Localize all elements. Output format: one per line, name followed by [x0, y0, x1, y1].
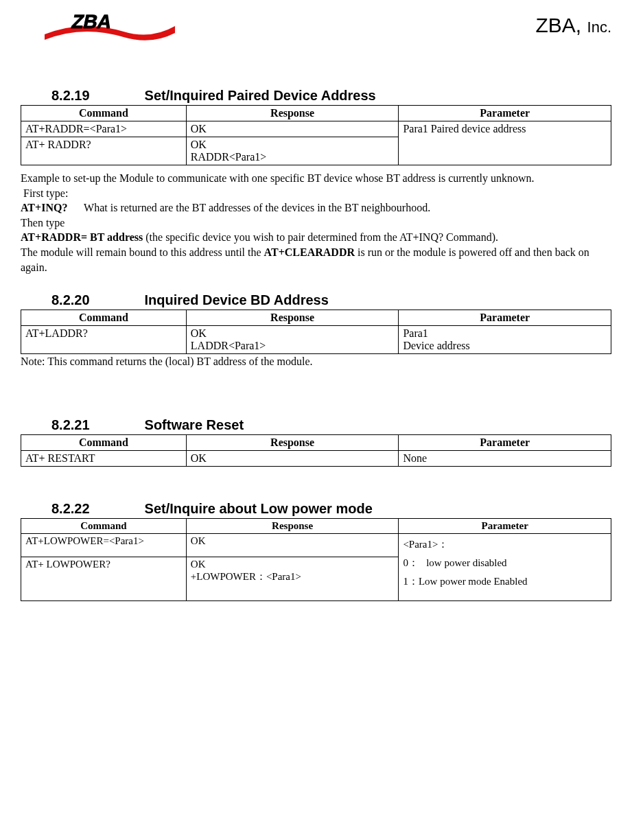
table-row: AT+ RESTART OK None — [21, 450, 611, 466]
col-command: Command — [21, 434, 187, 450]
page-header: ZBA ZBA, Inc. — [21, 0, 611, 47]
cell-response: OK — [186, 121, 399, 137]
param-line: 0： low power disabled — [403, 554, 607, 572]
body-line: Note: This command returns the (local) B… — [21, 354, 611, 369]
section-number: 8.2.20 — [51, 292, 141, 308]
section-number: 8.2.22 — [51, 501, 141, 517]
cell-command: AT+LOWPOWER=<Para1> — [21, 533, 187, 557]
section-title-text: Set/Inquire about Low power mode — [145, 501, 373, 516]
company-text: ZBA, — [536, 14, 587, 36]
section-title-text: Set/Inquired Paired Device Address — [145, 88, 376, 103]
section-body: Example to set-up the Module to communic… — [21, 171, 611, 275]
zba-logo-icon: ZBA — [41, 5, 178, 47]
param-line: <Para1>： — [403, 535, 607, 554]
company-name: ZBA, Inc. — [536, 5, 611, 37]
section-heading: 8.2.22 Set/Inquire about Low power mode — [51, 501, 611, 517]
body-line: Then type — [21, 215, 611, 231]
col-response: Response — [186, 310, 399, 326]
table-row: AT+LOWPOWER=<Para1> OK <Para1>： 0： low p… — [21, 533, 611, 557]
col-response: Response — [186, 518, 399, 533]
cell-response: OK — [186, 450, 399, 466]
col-parameter: Parameter — [399, 518, 611, 533]
col-response: Response — [186, 434, 399, 450]
table-row: AT+RADDR=<Para1> OK Para1 Paired device … — [21, 121, 611, 137]
cell-command: AT+ RADDR? — [21, 137, 187, 165]
section-title-text: Inquired Device BD Address — [145, 292, 329, 307]
table-header-row: Command Response Parameter — [21, 106, 611, 121]
cell-response: OK RADDR<Para1> — [186, 137, 399, 165]
bold-cmd: AT+CLEARADDR — [264, 246, 355, 258]
body-text-span: (the specific device you wish to pair de… — [143, 231, 498, 243]
body-line: The module will remain bound to this add… — [21, 245, 611, 275]
body-line: AT+INQ? What is returned are the BT addr… — [21, 200, 611, 215]
cell-command: AT+ RESTART — [21, 450, 187, 466]
command-table: Command Response Parameter AT+LADDR? OK … — [21, 310, 611, 354]
cell-parameter: Para1 Device address — [399, 326, 611, 354]
command-table: Command Response Parameter AT+RADDR=<Par… — [21, 105, 611, 165]
section-body: Note: This command returns the (local) B… — [21, 354, 611, 369]
body-text-span: The module will remain bound to this add… — [21, 246, 264, 258]
bold-cmd: AT+RADDR= BT address — [21, 231, 143, 243]
table-row: AT+LADDR? OK LADDR<Para1> Para1 Device a… — [21, 326, 611, 354]
section-heading: 8.2.21 Software Reset — [51, 417, 611, 433]
table-header-row: Command Response Parameter — [21, 434, 611, 450]
section-number: 8.2.21 — [51, 417, 141, 433]
col-parameter: Parameter — [399, 310, 611, 326]
command-table: Command Response Parameter AT+ RESTART O… — [21, 434, 611, 467]
body-text-span: What is returned are the BT addresses of… — [67, 202, 430, 213]
cell-parameter: <Para1>： 0： low power disabled 1：Low pow… — [399, 533, 611, 600]
col-parameter: Parameter — [399, 434, 611, 450]
logo: ZBA — [41, 5, 178, 47]
body-line: Example to set-up the Module to communic… — [21, 171, 611, 186]
company-suffix: Inc. — [587, 19, 611, 36]
cell-response: OK +LOWPOWER：<Para1> — [186, 557, 399, 600]
table-header-row: Command Response Parameter — [21, 518, 611, 533]
cell-command: AT+RADDR=<Para1> — [21, 121, 187, 137]
col-parameter: Parameter — [399, 106, 611, 121]
command-table: Command Response Parameter AT+LOWPOWER=<… — [21, 518, 611, 601]
cell-response: OK LADDR<Para1> — [186, 326, 399, 354]
cell-command: AT+LADDR? — [21, 326, 187, 354]
param-line: 1：Low power mode Enabled — [403, 572, 607, 591]
body-line: AT+RADDR= BT address (the specific devic… — [21, 230, 611, 245]
cell-parameter: None — [399, 450, 611, 466]
cell-command: AT+ LOWPOWER? — [21, 557, 187, 600]
section-heading: 8.2.19 Set/Inquired Paired Device Addres… — [51, 88, 611, 104]
col-command: Command — [21, 518, 187, 533]
table-header-row: Command Response Parameter — [21, 310, 611, 326]
col-command: Command — [21, 106, 187, 121]
col-response: Response — [186, 106, 399, 121]
section-title-text: Software Reset — [145, 417, 244, 432]
bold-cmd: AT+INQ? — [21, 202, 67, 213]
body-line: First type: — [21, 186, 611, 201]
section-number: 8.2.19 — [51, 88, 141, 104]
cell-response: OK — [186, 533, 399, 557]
section-heading: 8.2.20 Inquired Device BD Address — [51, 292, 611, 308]
svg-text:ZBA: ZBA — [70, 10, 114, 32]
col-command: Command — [21, 310, 187, 326]
cell-parameter: Para1 Paired device address — [399, 121, 611, 165]
